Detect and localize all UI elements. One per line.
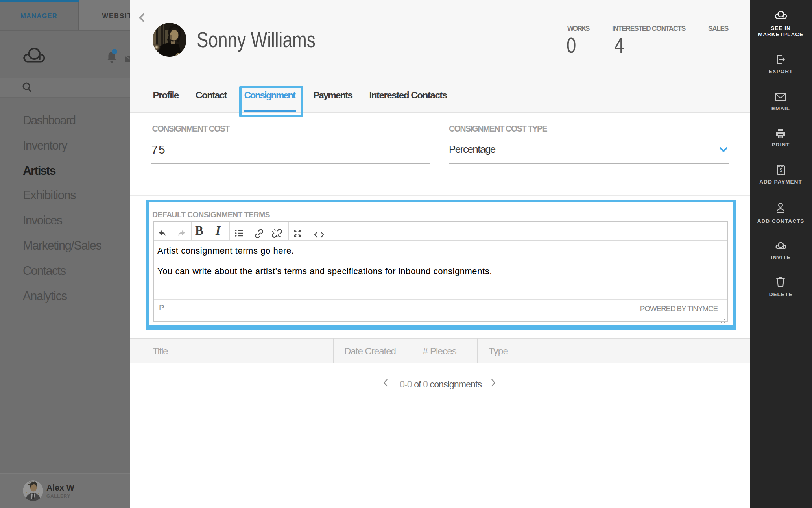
svg-text:$: $ (779, 167, 782, 172)
